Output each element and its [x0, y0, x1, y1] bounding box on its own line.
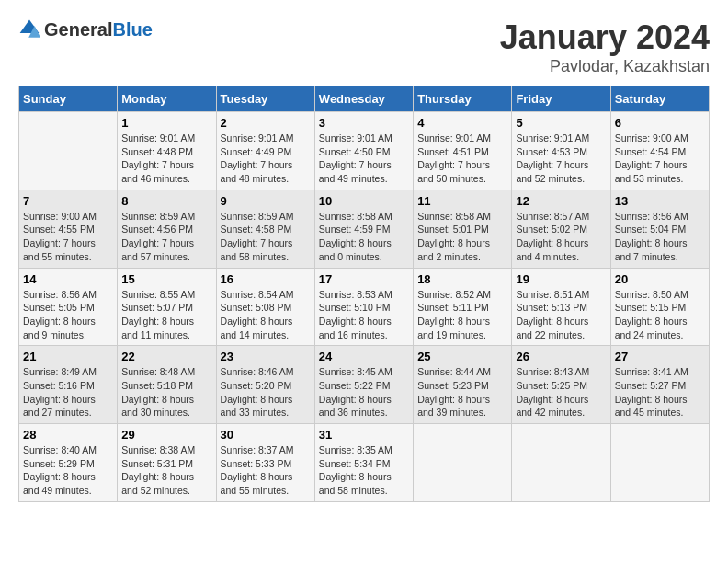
day-info: Sunrise: 8:58 AMSunset: 4:59 PMDaylight:… — [319, 210, 409, 264]
calendar-cell: 2 Sunrise: 9:01 AMSunset: 4:49 PMDayligh… — [216, 112, 314, 190]
calendar-cell: 21 Sunrise: 8:49 AMSunset: 5:16 PMDaylig… — [19, 346, 118, 424]
day-number: 18 — [417, 272, 507, 286]
day-info: Sunrise: 8:58 AMSunset: 5:01 PMDaylight:… — [417, 210, 507, 264]
day-info: Sunrise: 9:00 AMSunset: 4:54 PMDaylight:… — [615, 132, 705, 186]
day-number: 28 — [23, 428, 113, 442]
day-info: Sunrise: 8:38 AMSunset: 5:31 PMDaylight:… — [121, 443, 211, 498]
day-number: 19 — [516, 272, 606, 286]
day-info: Sunrise: 8:51 AMSunset: 5:13 PMDaylight:… — [516, 288, 606, 342]
calendar-cell — [512, 424, 610, 502]
day-number: 25 — [417, 350, 507, 363]
day-info: Sunrise: 8:56 AMSunset: 5:04 PMDaylight:… — [615, 210, 705, 264]
day-info: Sunrise: 8:54 AMSunset: 5:08 PMDaylight:… — [221, 288, 311, 342]
day-number: 14 — [23, 272, 113, 286]
calendar-cell: 18 Sunrise: 8:52 AMSunset: 5:11 PMDaylig… — [414, 268, 512, 346]
calendar-cell: 12 Sunrise: 8:57 AMSunset: 5:02 PMDaylig… — [512, 190, 610, 268]
calendar-cell: 24 Sunrise: 8:45 AMSunset: 5:22 PMDaylig… — [314, 346, 413, 424]
day-info: Sunrise: 9:01 AMSunset: 4:51 PMDaylight:… — [417, 132, 507, 186]
day-info: Sunrise: 8:56 AMSunset: 5:05 PMDaylight:… — [23, 288, 113, 342]
day-info: Sunrise: 9:01 AMSunset: 4:48 PMDaylight:… — [121, 132, 211, 186]
calendar-header-row: SundayMondayTuesdayWednesdayThursdayFrid… — [19, 86, 710, 112]
day-info: Sunrise: 8:44 AMSunset: 5:23 PMDaylight:… — [417, 365, 507, 419]
day-info: Sunrise: 8:49 AMSunset: 5:16 PMDaylight:… — [23, 365, 113, 419]
day-info: Sunrise: 8:40 AMSunset: 5:29 PMDaylight:… — [23, 443, 113, 498]
calendar-cell: 28 Sunrise: 8:40 AMSunset: 5:29 PMDaylig… — [19, 424, 118, 502]
day-number: 23 — [221, 350, 311, 363]
calendar-cell: 10 Sunrise: 8:58 AMSunset: 4:59 PMDaylig… — [314, 190, 413, 268]
calendar-cell: 29 Sunrise: 8:38 AMSunset: 5:31 PMDaylig… — [118, 424, 216, 502]
day-number: 6 — [615, 116, 705, 130]
day-number: 1 — [121, 116, 211, 130]
calendar-cell: 1 Sunrise: 9:01 AMSunset: 4:48 PMDayligh… — [118, 112, 216, 190]
day-number: 30 — [221, 428, 311, 442]
day-info: Sunrise: 8:43 AMSunset: 5:25 PMDaylight:… — [516, 365, 606, 419]
day-number: 29 — [121, 428, 211, 442]
calendar-week-row: 7 Sunrise: 9:00 AMSunset: 4:55 PMDayligh… — [19, 190, 710, 268]
day-info: Sunrise: 8:41 AMSunset: 5:27 PMDaylight:… — [615, 365, 705, 419]
day-number: 26 — [516, 350, 606, 363]
day-info: Sunrise: 8:52 AMSunset: 5:11 PMDaylight:… — [417, 288, 507, 342]
calendar-cell: 19 Sunrise: 8:51 AMSunset: 5:13 PMDaylig… — [512, 268, 610, 346]
day-number: 21 — [23, 350, 113, 363]
calendar-cell: 3 Sunrise: 9:01 AMSunset: 4:50 PMDayligh… — [314, 112, 413, 190]
logo-icon — [18, 18, 40, 40]
day-number: 3 — [319, 116, 409, 130]
calendar-cell: 25 Sunrise: 8:44 AMSunset: 5:23 PMDaylig… — [414, 346, 512, 424]
calendar-day-header: Friday — [512, 86, 610, 112]
calendar-cell: 6 Sunrise: 9:00 AMSunset: 4:54 PMDayligh… — [610, 112, 709, 190]
logo-general: General — [44, 19, 112, 40]
calendar-cell: 8 Sunrise: 8:59 AMSunset: 4:56 PMDayligh… — [118, 190, 216, 268]
logo-blue: Blue — [112, 19, 152, 40]
calendar-week-row: 21 Sunrise: 8:49 AMSunset: 5:16 PMDaylig… — [19, 346, 710, 424]
calendar-cell: 17 Sunrise: 8:53 AMSunset: 5:10 PMDaylig… — [314, 268, 413, 346]
day-info: Sunrise: 9:01 AMSunset: 4:50 PMDaylight:… — [319, 132, 409, 186]
day-number: 4 — [417, 116, 507, 130]
calendar-cell: 16 Sunrise: 8:54 AMSunset: 5:08 PMDaylig… — [216, 268, 314, 346]
calendar-cell: 4 Sunrise: 9:01 AMSunset: 4:51 PMDayligh… — [414, 112, 512, 190]
calendar-week-row: 14 Sunrise: 8:56 AMSunset: 5:05 PMDaylig… — [19, 268, 710, 346]
day-info: Sunrise: 8:37 AMSunset: 5:33 PMDaylight:… — [221, 443, 311, 498]
day-number: 15 — [121, 272, 211, 286]
calendar-cell — [414, 424, 512, 502]
calendar-day-header: Saturday — [610, 86, 709, 112]
day-number: 16 — [221, 272, 311, 286]
calendar-day-header: Sunday — [19, 86, 118, 112]
day-number: 5 — [516, 116, 606, 130]
page-header: GeneralBlue January 2024 Pavlodar, Kazak… — [18, 18, 710, 76]
calendar-cell — [610, 424, 709, 502]
day-info: Sunrise: 8:53 AMSunset: 5:10 PMDaylight:… — [319, 288, 409, 342]
day-number: 27 — [615, 350, 705, 363]
day-info: Sunrise: 9:00 AMSunset: 4:55 PMDaylight:… — [23, 210, 113, 264]
calendar-cell: 9 Sunrise: 8:59 AMSunset: 4:58 PMDayligh… — [216, 190, 314, 268]
calendar-cell: 26 Sunrise: 8:43 AMSunset: 5:25 PMDaylig… — [512, 346, 610, 424]
day-number: 7 — [23, 194, 113, 208]
day-number: 24 — [319, 350, 409, 363]
day-info: Sunrise: 8:59 AMSunset: 4:56 PMDaylight:… — [121, 210, 211, 264]
day-number: 22 — [121, 350, 211, 363]
calendar-cell: 11 Sunrise: 8:58 AMSunset: 5:01 PMDaylig… — [414, 190, 512, 268]
calendar-cell — [19, 112, 118, 190]
month-title: January 2024 — [500, 18, 710, 57]
day-number: 9 — [221, 194, 311, 208]
calendar-cell: 15 Sunrise: 8:55 AMSunset: 5:07 PMDaylig… — [118, 268, 216, 346]
day-number: 11 — [417, 194, 507, 208]
calendar-cell: 14 Sunrise: 8:56 AMSunset: 5:05 PMDaylig… — [19, 268, 118, 346]
calendar-day-header: Thursday — [414, 86, 512, 112]
title-block: January 2024 Pavlodar, Kazakhstan — [500, 18, 710, 76]
day-info: Sunrise: 8:57 AMSunset: 5:02 PMDaylight:… — [516, 210, 606, 264]
calendar-day-header: Monday — [118, 86, 216, 112]
calendar-table: SundayMondayTuesdayWednesdayThursdayFrid… — [18, 86, 710, 502]
calendar-cell: 13 Sunrise: 8:56 AMSunset: 5:04 PMDaylig… — [610, 190, 709, 268]
day-number: 13 — [615, 194, 705, 208]
day-info: Sunrise: 9:01 AMSunset: 4:53 PMDaylight:… — [516, 132, 606, 186]
day-number: 31 — [319, 428, 409, 442]
day-info: Sunrise: 8:59 AMSunset: 4:58 PMDaylight:… — [221, 210, 311, 264]
day-number: 8 — [121, 194, 211, 208]
calendar-day-header: Wednesday — [314, 86, 413, 112]
calendar-cell: 20 Sunrise: 8:50 AMSunset: 5:15 PMDaylig… — [610, 268, 709, 346]
day-number: 2 — [221, 116, 311, 130]
day-info: Sunrise: 8:45 AMSunset: 5:22 PMDaylight:… — [319, 365, 409, 419]
calendar-week-row: 1 Sunrise: 9:01 AMSunset: 4:48 PMDayligh… — [19, 112, 710, 190]
day-info: Sunrise: 8:50 AMSunset: 5:15 PMDaylight:… — [615, 288, 705, 342]
calendar-day-header: Tuesday — [216, 86, 314, 112]
